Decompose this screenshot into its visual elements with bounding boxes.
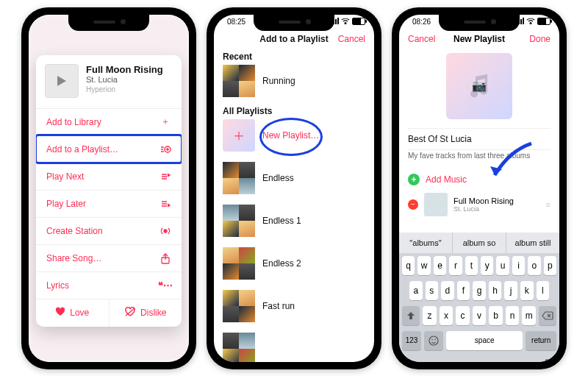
playlist-row[interactable]: Fast run [223,290,365,322]
key-backspace[interactable] [539,306,556,325]
playlist-name: Endless [262,173,294,183]
key-e[interactable]: e [434,256,446,275]
menu-play-next[interactable]: Play Next [36,163,182,190]
playlist-cover[interactable]: 📷 [446,53,512,119]
playlist-row[interactable]: Endless 2 [223,247,365,280]
key-return[interactable]: return [526,331,556,350]
suggestion[interactable]: album so [452,233,506,253]
key-j[interactable]: j [504,281,517,300]
playlist-row-recent[interactable]: Running [223,65,365,97]
key-shift[interactable] [402,306,420,325]
love-button[interactable]: Love [36,299,109,327]
key-z[interactable]: z [423,306,437,325]
playlist-description-value: My fave tracks from last three albums [408,152,530,160]
keyboard: "albums" album so album still qwertyuiop… [399,233,559,362]
menu-add-to-library[interactable]: Add to Library ＋ [36,108,182,135]
svg-point-11 [434,338,436,340]
add-music-button[interactable]: + Add Music [408,174,467,185]
key-q[interactable]: q [402,256,415,275]
menu-play-later[interactable]: Play Later [36,190,182,217]
play-icon [57,76,66,86]
key-i[interactable]: i [512,256,525,275]
broadcast-icon [159,225,171,237]
playlist-artwork [223,290,255,322]
status-time: 08:25 [227,18,245,26]
suggestion[interactable]: album still [506,233,559,253]
svg-point-9 [429,336,438,345]
key-d[interactable]: d [441,281,454,300]
emoji-button[interactable]: ☺ [404,356,420,362]
key-u[interactable]: u [496,256,509,275]
menu-label: Share Song… [46,253,101,263]
song-album: Hyperion [86,85,163,93]
key-k[interactable]: k [520,281,534,300]
play-next-icon [159,171,171,182]
menu-create-station[interactable]: Create Station [36,217,182,244]
track-row[interactable]: − Full Moon Rising St. Lucia ≡ [408,193,551,216]
keyboard-row: qwertyuiop [399,253,559,278]
key-p[interactable]: p [544,256,556,275]
playlist-name: Fast run [262,301,295,311]
delete-icon[interactable]: − [408,199,418,210]
menu-share-song[interactable]: Share Song… [36,244,182,272]
nav-bar: Cancel New Playlist Done [399,34,559,44]
notch [68,15,149,31]
new-playlist-row[interactable]: ＋ New Playlist… [223,119,365,152]
key-f[interactable]: f [457,281,470,300]
key-h[interactable]: h [489,281,502,300]
menu-label: Play Next [46,171,84,182]
menu-add-to-playlist[interactable]: Add to a Playlist… [36,135,182,163]
playlist-row[interactable]: Endless 1 [223,205,365,237]
playlist-row[interactable]: Endless [223,162,365,194]
add-to-playlist-icon [159,143,171,155]
reorder-handle-icon[interactable]: ≡ [546,200,551,209]
key-123[interactable]: 123 [402,331,421,350]
key-x[interactable]: x [440,306,453,325]
menu-lyrics[interactable]: Lyrics ❝⋯ [36,272,182,299]
key-t[interactable]: t [465,256,478,275]
playlist-description-field[interactable]: My fave tracks from last three albums [408,152,551,160]
key-space[interactable]: space [446,331,523,350]
key-o[interactable]: o [528,256,540,275]
key-w[interactable]: w [417,256,430,275]
playlist-row[interactable] [223,333,365,362]
new-playlist-artwork: ＋ [223,119,255,152]
key-v[interactable]: v [473,306,487,325]
key-b[interactable]: b [489,306,503,325]
section-header-all: All Playlists [223,106,272,116]
dislike-button[interactable]: Dislike [109,299,182,327]
playlist-name: Running [262,76,295,86]
key-emoji[interactable] [424,331,443,350]
key-n[interactable]: n [506,306,520,325]
love-label: Love [70,308,89,318]
music-note-icon [461,68,498,104]
suggestion[interactable]: "albums" [399,233,452,253]
key-c[interactable]: c [456,306,470,325]
new-playlist-label: New Playlist… [262,130,319,141]
emoji-icon [429,336,439,346]
key-y[interactable]: y [481,256,493,275]
song-artwork[interactable] [45,64,79,98]
key-r[interactable]: r [449,256,462,275]
playlist-artwork [223,205,255,237]
shift-icon [406,311,415,320]
key-g[interactable]: g [473,281,486,300]
playlist-name-field[interactable]: Best Of St Lucia [408,128,551,150]
key-m[interactable]: m [522,306,536,325]
backspace-icon [542,311,553,320]
done-button[interactable]: Done [529,34,551,44]
dictation-button[interactable] [539,356,555,362]
key-l[interactable]: l [537,281,550,300]
svg-rect-12 [545,359,548,362]
cancel-button[interactable]: Cancel [338,34,365,44]
track-artist: St. Lucia [453,205,514,213]
key-a[interactable]: a [409,281,423,300]
mic-icon [542,358,551,362]
keyboard-bottom-row: ☺ [399,353,559,362]
menu-label: Lyrics [46,280,69,291]
cancel-button[interactable]: Cancel [408,34,435,44]
key-s[interactable]: s [426,281,439,300]
nav-title: Add to a Playlist [259,34,328,44]
playlist-name-value: Best Of St Lucia [408,134,472,144]
track-title: Full Moon Rising [453,196,514,205]
